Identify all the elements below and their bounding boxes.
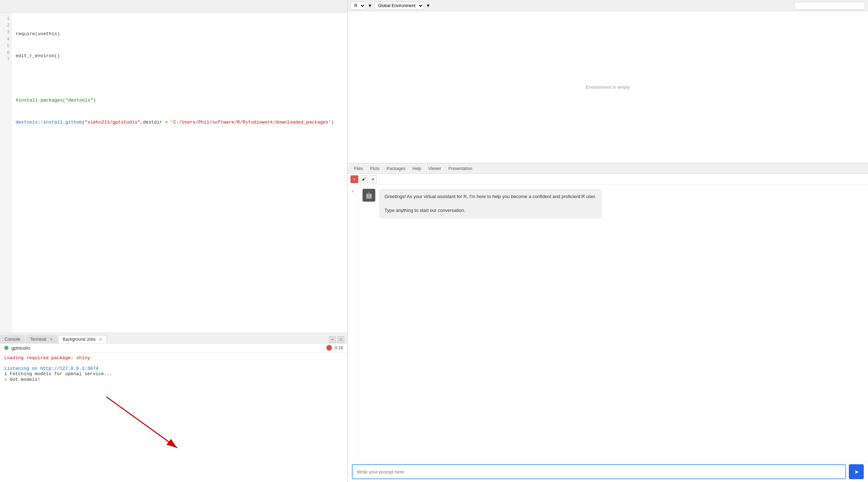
line-num-3: 3	[1, 29, 10, 36]
code-line-5: devtools::install_github("xiehs211/gptst…	[16, 119, 343, 126]
chat-message-1: 🤖 Greetings! As your virtual assistant f…	[363, 189, 864, 218]
tab-terminal[interactable]: Terminal ✕	[26, 335, 57, 343]
viewer-tabs: Files Plots Packages Help Viewer Present…	[348, 163, 868, 174]
viewer-pane: Files Plots Packages Help Viewer Present…	[348, 163, 868, 482]
chat-input-area: ➤	[348, 461, 868, 482]
tab-help-label: Help	[413, 166, 421, 171]
tab-files[interactable]: Files	[350, 165, 366, 172]
chat-area: 🤖 Greetings! As your virtual assistant f…	[358, 185, 868, 461]
tab-viewer-label: Viewer	[428, 166, 441, 171]
tab-presentation[interactable]: Presentation	[445, 165, 476, 172]
sidebar-collapse: ›	[348, 185, 358, 461]
tab-console-label: Console	[5, 337, 20, 342]
tab-presentation-label: Presentation	[448, 166, 472, 171]
job-time: 0:18	[335, 345, 343, 350]
env-empty-message: Environment is empty	[586, 84, 630, 90]
minimize-btn[interactable]: ─	[329, 336, 336, 343]
output-line-3: i Fetching models for openai service...	[4, 371, 343, 377]
output-line-blank	[4, 361, 343, 366]
tab-console[interactable]: Console	[0, 335, 25, 343]
viewer-toolbar: ✕ 🖌 ↺	[348, 174, 868, 185]
r-version-dropdown[interactable]: R	[350, 2, 366, 10]
env-toolbar: R ▼ Global Environment ▼	[348, 0, 868, 11]
tab-viewer[interactable]: Viewer	[425, 165, 444, 172]
code-line-4: #install.packages("devtools")	[16, 97, 343, 104]
console-tabs: Console Terminal ✕ Background Jobs ✕ ─ □	[0, 333, 347, 344]
editor-toolbar	[0, 0, 347, 13]
editor-area: 1 2 3 4 5 6 7 require(usethis) edit_r_en…	[0, 0, 347, 333]
console-window-controls: ─ □	[329, 336, 344, 343]
tab-files-label: Files	[354, 166, 363, 171]
tab-help[interactable]: Help	[409, 165, 425, 172]
line-num-1: 1	[1, 16, 10, 22]
main-container: 1 2 3 4 5 6 7 require(usethis) edit_r_en…	[0, 0, 868, 482]
code-line-1: require(usethis)	[16, 31, 343, 38]
line-num-7: 7	[1, 56, 10, 63]
chat-bot-avatar: 🤖	[363, 189, 375, 202]
tab-packages[interactable]: Packages	[383, 165, 409, 172]
output-line-4: ✓ Got models!	[4, 377, 343, 382]
code-line-6	[16, 141, 343, 149]
chat-bubble-1: Greetings! As your virtual assistant for…	[379, 189, 602, 218]
job-row: gptstudio 0:18	[0, 344, 347, 352]
robot-icon: 🤖	[365, 191, 373, 199]
tab-terminal-close[interactable]: ✕	[50, 337, 53, 341]
left-pane: 1 2 3 4 5 6 7 require(usethis) edit_r_en…	[0, 0, 348, 482]
right-pane: R ▼ Global Environment ▼ Environment is …	[348, 0, 868, 482]
tab-terminal-label: Terminal	[30, 337, 46, 342]
code-editor[interactable]: require(usethis) edit_r_environ() #insta…	[11, 13, 347, 333]
code-line-3	[16, 75, 343, 82]
chat-prompt-input[interactable]	[352, 464, 846, 479]
code-line-7	[16, 163, 343, 171]
job-status-indicator	[4, 346, 9, 350]
job-name: gptstudio	[11, 345, 326, 351]
viewer-content: › 🤖 Greetings! As your virtual assistant…	[348, 185, 868, 461]
svg-line-1	[106, 397, 177, 448]
console-output: Loading required package: shiny Listenin…	[0, 352, 347, 482]
tab-packages-label: Packages	[387, 166, 405, 171]
tab-plots[interactable]: Plots	[366, 165, 383, 172]
brush-icon-btn[interactable]: 🖌	[360, 175, 367, 183]
editor-content: 1 2 3 4 5 6 7 require(usethis) edit_r_en…	[0, 13, 347, 333]
tab-background-jobs-label: Background Jobs	[63, 337, 96, 342]
line-numbers: 1 2 3 4 5 6 7	[0, 13, 11, 333]
expand-sidebar-button[interactable]: ›	[349, 187, 356, 195]
stop-icon-btn[interactable]: ✕	[350, 175, 358, 183]
send-icon: ➤	[854, 469, 859, 475]
tab-background-jobs[interactable]: Background Jobs ✕	[58, 335, 107, 343]
chat-text-1: Greetings! As your virtual assistant for…	[385, 194, 596, 213]
tab-background-jobs-close[interactable]: ✕	[99, 337, 102, 341]
line-num-5: 5	[1, 43, 10, 50]
env-toolbar-separator: ▼	[368, 3, 372, 8]
job-stop-button[interactable]	[326, 345, 332, 351]
global-env-dropdown[interactable]: Global Environment	[374, 2, 424, 10]
env-empty-state: Environment is empty	[348, 11, 868, 163]
tab-plots-label: Plots	[370, 166, 380, 171]
line-num-6: 6	[1, 50, 10, 56]
editor-status: 4:1 (Top Level) ÷ R Script ÷	[0, 333, 347, 333]
console-area: Console Terminal ✕ Background Jobs ✕ ─ □	[0, 333, 347, 482]
output-line-2: Listening on http://127.0.0.1:3074	[4, 366, 343, 371]
env-toolbar-separator2: ▼	[426, 3, 430, 8]
refresh-icon-btn[interactable]: ↺	[369, 175, 377, 183]
maximize-btn[interactable]: □	[337, 336, 344, 343]
code-line-2: edit_r_environ()	[16, 53, 343, 60]
line-num-4: 4	[1, 36, 10, 43]
send-prompt-button[interactable]: ➤	[849, 464, 864, 479]
line-num-2: 2	[1, 22, 10, 29]
environment-pane: R ▼ Global Environment ▼ Environment is …	[348, 0, 868, 163]
output-line-1: Loading required package: shiny	[4, 355, 343, 361]
env-search-input[interactable]	[794, 2, 865, 10]
